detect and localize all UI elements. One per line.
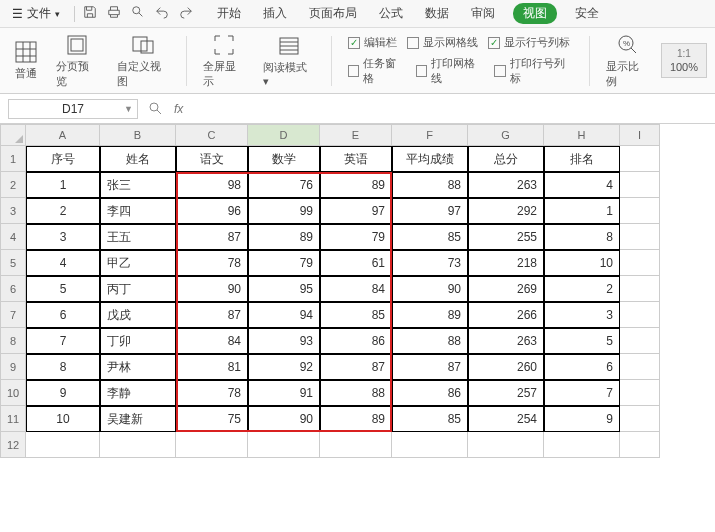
col-header-F[interactable]: F <box>392 124 468 146</box>
cell-avg[interactable]: 89 <box>392 302 468 328</box>
cell-english[interactable]: 84 <box>320 276 392 302</box>
cell-math[interactable]: 94 <box>248 302 320 328</box>
hdr-seq[interactable]: 序号 <box>26 146 100 172</box>
zoom-ratio[interactable]: % 显示比例 <box>600 33 655 89</box>
cell-empty[interactable] <box>620 172 660 198</box>
cell-seq[interactable]: 7 <box>26 328 100 354</box>
row-header-1[interactable]: 1 <box>0 146 26 172</box>
cell-seq[interactable]: 2 <box>26 198 100 224</box>
tab-pagelayout[interactable]: 页面布局 <box>305 3 361 24</box>
cell-total[interactable]: 263 <box>468 172 544 198</box>
hdr-chinese[interactable]: 语文 <box>176 146 248 172</box>
row-header-3[interactable]: 3 <box>0 198 26 224</box>
cell-math[interactable]: 99 <box>248 198 320 224</box>
chk-show-headings[interactable]: ✓显示行号列标 <box>488 35 570 50</box>
col-header-D[interactable]: D <box>248 124 320 146</box>
chk-formula-bar[interactable]: ✓编辑栏 <box>348 35 397 50</box>
hdr-english[interactable]: 英语 <box>320 146 392 172</box>
cell-rank[interactable]: 10 <box>544 250 620 276</box>
view-custom[interactable]: 自定义视图 <box>111 33 176 89</box>
cell-rank[interactable]: 2 <box>544 276 620 302</box>
cell-avg[interactable]: 88 <box>392 172 468 198</box>
hdr-name[interactable]: 姓名 <box>100 146 176 172</box>
cell-seq[interactable]: 8 <box>26 354 100 380</box>
chk-print-grid[interactable]: 打印网格线 <box>416 56 485 86</box>
cell-chinese[interactable]: 87 <box>176 302 248 328</box>
cell-rank[interactable]: 9 <box>544 406 620 432</box>
cell-rank[interactable]: 1 <box>544 198 620 224</box>
zoom-100[interactable]: 1:1 100% <box>661 43 707 78</box>
cell-english[interactable]: 89 <box>320 406 392 432</box>
cell-chinese[interactable]: 84 <box>176 328 248 354</box>
undo-icon[interactable] <box>155 5 169 22</box>
fx-icon[interactable]: fx <box>174 102 183 116</box>
cell-avg[interactable]: 85 <box>392 224 468 250</box>
hdr-rank[interactable]: 排名 <box>544 146 620 172</box>
tab-insert[interactable]: 插入 <box>259 3 291 24</box>
hdr-avg[interactable]: 平均成绩 <box>392 146 468 172</box>
row-header-12[interactable]: 12 <box>0 432 26 458</box>
tab-review[interactable]: 审阅 <box>467 3 499 24</box>
cell-total[interactable]: 257 <box>468 380 544 406</box>
cell-chinese[interactable]: 75 <box>176 406 248 432</box>
cell-name[interactable]: 张三 <box>100 172 176 198</box>
cell-seq[interactable]: 4 <box>26 250 100 276</box>
col-header-I[interactable]: I <box>620 124 660 146</box>
cell-english[interactable]: 86 <box>320 328 392 354</box>
cell-chinese[interactable]: 78 <box>176 250 248 276</box>
tab-home[interactable]: 开始 <box>213 3 245 24</box>
cell-chinese[interactable]: 78 <box>176 380 248 406</box>
cell-rank[interactable]: 6 <box>544 354 620 380</box>
cell-name[interactable]: 丁卯 <box>100 328 176 354</box>
tab-security[interactable]: 安全 <box>571 3 603 24</box>
cell-empty[interactable] <box>620 250 660 276</box>
cell-math[interactable]: 95 <box>248 276 320 302</box>
cell-seq[interactable]: 3 <box>26 224 100 250</box>
cell-rank[interactable]: 3 <box>544 302 620 328</box>
cell-total[interactable]: 269 <box>468 276 544 302</box>
cell-name[interactable]: 丙丁 <box>100 276 176 302</box>
row-header-9[interactable]: 9 <box>0 354 26 380</box>
cell-avg[interactable]: 87 <box>392 354 468 380</box>
cell-avg[interactable]: 97 <box>392 198 468 224</box>
row-header-2[interactable]: 2 <box>0 172 26 198</box>
col-header-B[interactable]: B <box>100 124 176 146</box>
cell-total[interactable]: 266 <box>468 302 544 328</box>
select-all-corner[interactable] <box>0 124 26 146</box>
print-icon[interactable] <box>107 5 121 22</box>
cell-name[interactable]: 李静 <box>100 380 176 406</box>
cell-empty[interactable] <box>620 276 660 302</box>
cell-seq[interactable]: 6 <box>26 302 100 328</box>
col-header-C[interactable]: C <box>176 124 248 146</box>
magnify-icon[interactable] <box>148 101 164 117</box>
chk-show-grid[interactable]: 显示网格线 <box>407 35 478 50</box>
cell-rank[interactable]: 4 <box>544 172 620 198</box>
view-normal[interactable]: 普通 <box>8 40 44 81</box>
cell-english[interactable]: 87 <box>320 354 392 380</box>
cell-math[interactable]: 90 <box>248 406 320 432</box>
cell-seq[interactable]: 5 <box>26 276 100 302</box>
cell-empty[interactable] <box>620 354 660 380</box>
col-header-H[interactable]: H <box>544 124 620 146</box>
view-reading[interactable]: 阅读模式 ▾ <box>257 34 320 88</box>
cell-empty[interactable] <box>620 302 660 328</box>
row-header-8[interactable]: 8 <box>0 328 26 354</box>
col-header-G[interactable]: G <box>468 124 544 146</box>
cell-chinese[interactable]: 98 <box>176 172 248 198</box>
chk-task-pane[interactable]: 任务窗格 <box>348 56 406 86</box>
cell-math[interactable]: 79 <box>248 250 320 276</box>
formula-input[interactable] <box>193 99 707 119</box>
view-fullscreen[interactable]: 全屏显示 <box>197 33 252 89</box>
col-header-A[interactable]: A <box>26 124 100 146</box>
cell-english[interactable]: 97 <box>320 198 392 224</box>
cell-chinese[interactable]: 81 <box>176 354 248 380</box>
cell-empty[interactable] <box>620 224 660 250</box>
row-header-11[interactable]: 11 <box>0 406 26 432</box>
cell-name[interactable]: 王五 <box>100 224 176 250</box>
cell-empty[interactable] <box>620 146 660 172</box>
save-icon[interactable] <box>83 5 97 22</box>
view-pagebreak[interactable]: 分页预览 <box>50 33 105 89</box>
cell-english[interactable]: 88 <box>320 380 392 406</box>
cell-total[interactable]: 263 <box>468 328 544 354</box>
cell-english[interactable]: 79 <box>320 224 392 250</box>
